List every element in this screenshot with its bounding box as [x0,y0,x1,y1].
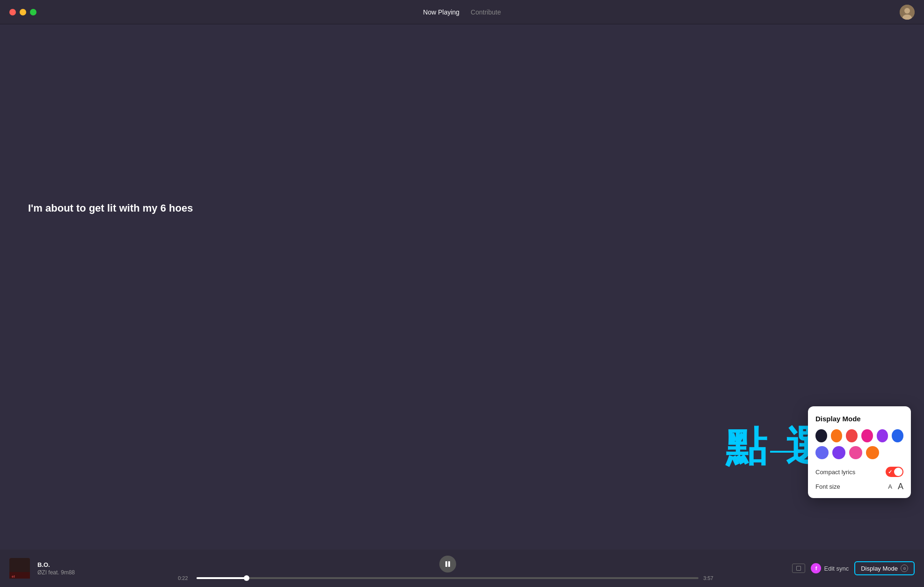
edit-sync-icon: f [811,563,821,573]
font-size-increase[interactable]: A [898,482,903,492]
track-artist: ØZI feat. 9m88 [37,569,103,576]
bottom-bar: el B.O. ØZI feat. 9m88 0:22 3:57 f E [0,550,924,587]
svg-text:el: el [12,574,15,579]
titlebar-tabs: Now Playing Contribute [423,7,501,18]
user-avatar[interactable] [900,5,915,20]
edit-sync-label: Edit sync [824,565,849,572]
color-dot-orange[interactable] [831,429,843,442]
color-dot-blue[interactable] [892,429,903,442]
progress-fill [196,577,247,579]
font-size-label: Font size [815,483,840,490]
progress-thumb [244,575,249,581]
minimize-button[interactable] [20,9,26,15]
compact-lyrics-label: Compact lyrics [815,469,855,476]
time-total: 3:57 [703,575,717,581]
progress-container: 0:22 3:57 [178,575,717,581]
mini-view-inner-icon [796,566,801,571]
lyrics-current-line: I'm about to get lit with my 6 hoes [28,202,193,214]
toggle-check-icon: ✓ [888,469,892,475]
display-mode-btn-label: Display Mode [861,565,898,572]
track-info: B.O. ØZI feat. 9m88 [37,561,103,576]
maximize-button[interactable] [30,9,36,15]
font-size-decrease[interactable]: A [888,483,892,490]
svg-rect-7 [448,561,450,567]
titlebar: Now Playing Contribute [0,0,924,24]
compact-lyrics-toggle[interactable]: ✓ [886,467,903,477]
progress-bar[interactable] [196,577,698,579]
color-row-1 [815,429,903,442]
mini-view-button[interactable] [792,564,805,573]
album-art: el [9,558,30,579]
color-dot-pink[interactable] [861,429,873,442]
svg-point-1 [904,8,910,14]
tab-now-playing[interactable]: Now Playing [423,7,459,18]
track-title: B.O. [37,561,103,568]
color-row-2 [815,446,903,459]
color-dot-indigo[interactable] [815,446,829,459]
main-content: I'm about to get lit with my 6 hoes 點 選 … [0,24,924,550]
color-dot-amber[interactable] [866,446,879,459]
compact-lyrics-row: Compact lyrics ✓ [815,467,903,477]
display-mode-button[interactable]: Display Mode ⊙ [854,561,915,575]
font-size-row: Font size A A [815,482,903,492]
right-controls: f Edit sync Display Mode ⊙ [792,561,915,575]
traffic-lights [9,9,36,15]
display-mode-btn-icon: ⊙ [901,565,908,572]
color-dot-red[interactable] [846,429,858,442]
playback-controls: 0:22 3:57 [110,556,785,581]
color-dot-rose[interactable] [849,446,862,459]
svg-rect-6 [445,561,447,567]
close-button[interactable] [9,9,16,15]
color-dot-violet[interactable] [832,446,845,459]
color-dot-dark[interactable] [815,429,827,442]
pause-button[interactable] [439,556,456,572]
color-grid [815,429,903,459]
display-mode-popup: Display Mode Compact lyrics ✓ [808,406,911,498]
font-size-controls: A A [888,482,903,492]
time-current: 0:22 [178,575,192,581]
toggle-thumb [894,468,902,476]
popup-title: Display Mode [815,415,903,423]
tab-contribute[interactable]: Contribute [471,7,501,18]
edit-sync-button[interactable]: f Edit sync [811,563,849,573]
color-dot-purple[interactable] [877,429,888,442]
